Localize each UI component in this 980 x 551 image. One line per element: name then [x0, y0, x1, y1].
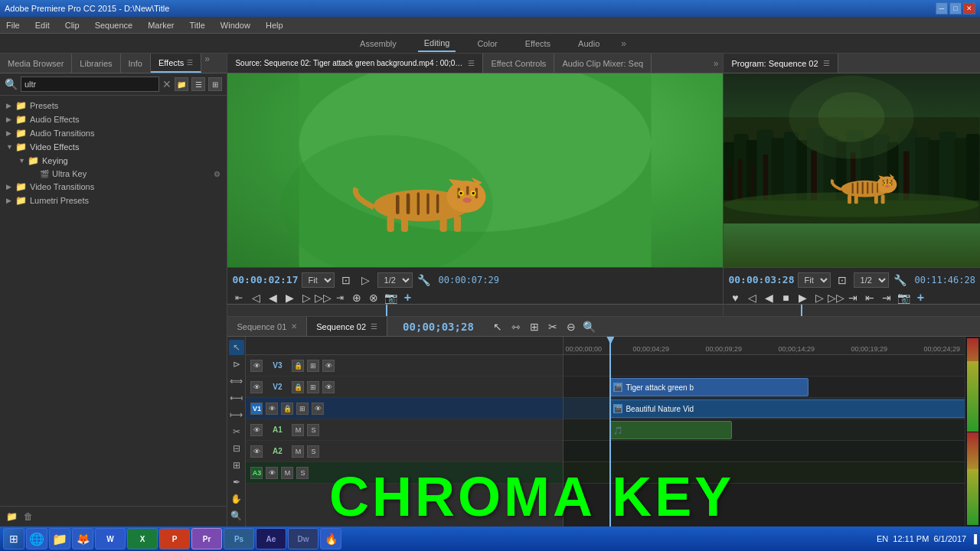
taskbar-aftereffects[interactable]: Ae — [256, 528, 286, 549]
program-safe-margins[interactable]: ⊡ — [834, 272, 851, 289]
tab-info[interactable]: Info — [121, 54, 151, 73]
a1-eye-btn[interactable]: 👁 — [250, 424, 263, 436]
v1-sync-btn[interactable]: ⊞ — [296, 403, 309, 415]
a2-eye-btn[interactable]: 👁 — [250, 445, 263, 458]
source-wrench-icon[interactable]: 🔧 — [416, 272, 433, 289]
source-ratio[interactable]: 1/2 — [377, 272, 413, 288]
v2-track-row[interactable]: 🎬 Tiger attack green b — [564, 377, 965, 398]
tl-razor-tool[interactable]: ✂ — [544, 318, 561, 335]
tree-presets[interactable]: ▶ 📁 Presets — [0, 99, 227, 112]
menu-edit[interactable]: Edit — [32, 19, 53, 31]
clip-tiger[interactable]: 🎬 Tiger attack green b — [609, 378, 808, 396]
menu-clip[interactable]: Clip — [62, 19, 83, 31]
taskbar-show-desktop[interactable]: ▐ — [971, 534, 977, 543]
clear-search-icon[interactable]: ✕ — [162, 78, 172, 90]
taskbar-word[interactable]: W — [95, 528, 126, 549]
a1-solo-btn[interactable]: S — [307, 424, 319, 436]
a1-mute-btn[interactable]: M — [292, 424, 304, 436]
timeline-ruler[interactable]: 00;00;00;00 00;00;04;29 00;00;09;29 00;0… — [564, 337, 965, 355]
tree-ultra-key[interactable]: 🎬 Ultra Key ⚙ — [0, 168, 227, 180]
timeline-playhead[interactable] — [609, 337, 611, 527]
v3-track-row[interactable] — [564, 355, 965, 377]
razor-tool[interactable]: ✂ — [229, 424, 244, 439]
tree-video-effects[interactable]: ▼ 📁 Video Effects — [0, 140, 227, 154]
v3-toggle-btn[interactable]: 👁 — [322, 360, 335, 372]
clip-nature[interactable]: 🎬 Beautiful Nature Vid — [609, 399, 965, 418]
rate-stretch-tool[interactable]: ⟼ — [229, 407, 244, 422]
tab-libraries[interactable]: Libraries — [72, 54, 120, 73]
taskbar-browser[interactable]: 🔥 — [320, 528, 341, 549]
minimize-button[interactable]: ─ — [936, 2, 948, 15]
rolling-edit-tool[interactable]: ⟻ — [229, 390, 244, 406]
a3-mute-btn[interactable]: M — [281, 467, 293, 479]
workspace-audio[interactable]: Audio — [572, 36, 606, 51]
maximize-button[interactable]: □ — [949, 2, 962, 15]
tab-media-browser[interactable]: Media Browser — [0, 54, 72, 73]
a3-active-label[interactable]: A3 — [250, 467, 263, 479]
a3-eye-btn[interactable]: 👁 — [266, 467, 278, 479]
tree-audio-transitions[interactable]: ▶ 📁 Audio Transitions — [0, 126, 227, 140]
list-view-icon[interactable]: ☰ — [191, 77, 205, 91]
workspace-color[interactable]: Color — [471, 36, 503, 51]
tl-zoom-out[interactable]: ⊖ — [563, 318, 580, 335]
tl-tab-sequence02[interactable]: Sequence 02 ☰ — [307, 317, 387, 336]
v2-lock-btn[interactable]: 🔒 — [292, 381, 304, 393]
program-timeline-ruler[interactable] — [724, 304, 980, 316]
program-fit-select[interactable]: Fit — [798, 272, 831, 288]
tree-audio-effects[interactable]: ▶ 📁 Audio Effects — [0, 112, 227, 126]
menu-marker[interactable]: Marker — [145, 19, 177, 31]
taskbar-dreamweaver[interactable]: Dw — [288, 528, 318, 549]
a2-track-row[interactable] — [564, 441, 965, 462]
menu-title[interactable]: Title — [186, 19, 207, 31]
menu-sequence[interactable]: Sequence — [92, 19, 136, 31]
v1-active-label[interactable]: V1 — [250, 403, 263, 415]
v1-lock-btn[interactable]: 🔒 — [281, 403, 293, 415]
tl-ripple-tool[interactable]: ⇿ — [508, 318, 524, 335]
v2-sync-btn[interactable]: ⊞ — [307, 381, 319, 393]
v1-eye-btn[interactable]: 👁 — [266, 403, 278, 415]
source-tab-audio-mixer[interactable]: Audio Clip Mixer: Seq — [554, 54, 652, 73]
new-bin-icon[interactable]: 📁 — [175, 77, 188, 91]
pen-tool[interactable]: ✒ — [229, 474, 244, 490]
a3-track-row[interactable] — [564, 462, 965, 484]
source-tab-main[interactable]: Source: Sequence 02: Tiger attack green … — [227, 54, 483, 73]
tree-video-transitions[interactable]: ▶ 📁 Video Transitions — [0, 180, 227, 194]
taskbar-excel[interactable]: X — [127, 528, 158, 549]
tab-effects[interactable]: Effects ☰ — [151, 54, 201, 73]
v3-eye-btn[interactable]: 👁 — [250, 360, 263, 372]
v3-sync-btn[interactable]: ⊞ — [307, 360, 319, 372]
workspace-effects[interactable]: Effects — [519, 36, 557, 51]
source-output[interactable]: ▷ — [358, 272, 374, 289]
taskbar-firefox[interactable]: 🦊 — [72, 528, 93, 549]
tl-tab-sequence01[interactable]: Sequence 01 ✕ — [227, 317, 307, 336]
a1-track-row[interactable]: 🎵 — [564, 419, 965, 441]
taskbar-powerpoint[interactable]: P — [159, 528, 190, 549]
workspace-editing[interactable]: Editing — [418, 35, 456, 52]
v1-track-row[interactable]: 🎬 Beautiful Nature Vid — [564, 398, 965, 419]
tl-zoom-in[interactable]: 🔍 — [581, 318, 598, 335]
selection-tool[interactable]: ↖ — [229, 340, 244, 355]
a2-solo-btn[interactable]: S — [307, 445, 319, 458]
v2-eye-btn[interactable]: 👁 — [250, 381, 263, 393]
source-safe-margins[interactable]: ⊡ — [338, 272, 354, 289]
track-select-tool[interactable]: ⊳ — [229, 357, 244, 372]
tree-keying[interactable]: ▼ 📁 Keying — [0, 154, 227, 168]
clip-audio[interactable]: 🎵 — [609, 421, 732, 439]
menu-help[interactable]: Help — [263, 19, 286, 31]
slip-tool[interactable]: ⊟ — [229, 441, 244, 456]
program-ratio[interactable]: 1/2 — [854, 272, 889, 288]
source-timeline-ruler[interactable] — [227, 304, 723, 316]
close-button[interactable]: ✕ — [963, 2, 975, 15]
program-tab-main[interactable]: Program: Sequence 02 ☰ — [724, 54, 838, 73]
source-tab-effect-controls[interactable]: Effect Controls — [483, 54, 554, 73]
v3-lock-btn[interactable]: 🔒 — [292, 360, 304, 372]
taskbar-photoshop[interactable]: Ps — [224, 528, 254, 549]
slide-tool[interactable]: ⊞ — [229, 458, 244, 473]
delete-icon[interactable]: 🗑 — [21, 510, 35, 523]
v1-toggle-btn[interactable]: 👁 — [312, 403, 324, 415]
tl-slip-tool[interactable]: ⊞ — [526, 318, 543, 335]
zoom-tool[interactable]: 🔍 — [229, 508, 244, 523]
new-folder-icon[interactable]: 📁 — [5, 510, 18, 523]
tree-lumetri-presets[interactable]: ▶ 📁 Lumetri Presets — [0, 194, 227, 207]
taskbar-ie[interactable]: 🌐 — [26, 528, 47, 549]
